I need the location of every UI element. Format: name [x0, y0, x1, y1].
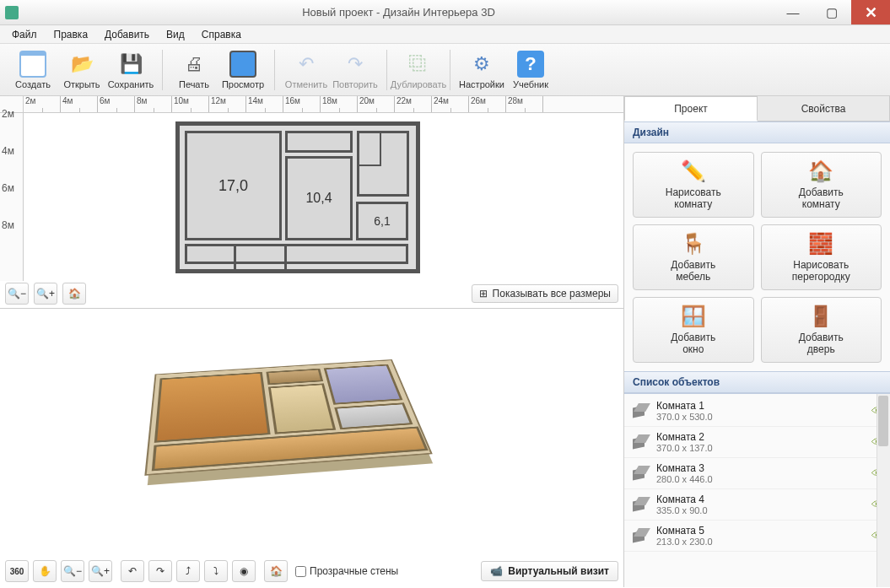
- app-icon: [5, 6, 19, 19]
- room-2[interactable]: 10,4: [285, 156, 353, 240]
- tutorial-button[interactable]: ?Учебник: [506, 49, 555, 91]
- list-item[interactable]: Комната 3280.0 x 446.0👁: [624, 458, 890, 489]
- preview-button[interactable]: Просмотр: [218, 49, 267, 91]
- list-item[interactable]: Комната 4335.0 x 90.0👁: [624, 489, 890, 521]
- rotate-right-button[interactable]: ↷: [148, 560, 172, 582]
- objects-header: Список объектов: [624, 371, 890, 393]
- ruler-tick: 22м: [395, 96, 432, 112]
- chair-icon: 🪑: [681, 231, 706, 256]
- plan-canvas[interactable]: 17,0 10,4 6,1: [24, 113, 623, 281]
- separator: [274, 50, 275, 90]
- menu-file[interactable]: Файл: [5, 27, 44, 42]
- menu-help[interactable]: Справка: [195, 27, 248, 42]
- tab-properties[interactable]: Свойства: [758, 96, 890, 121]
- object-dimensions: 280.0 x 446.0: [656, 474, 865, 484]
- window-icon: 🪟: [681, 304, 706, 329]
- rotate-left-button[interactable]: ↶: [121, 560, 144, 582]
- add-door-button[interactable]: 🚪Добавитьдверь: [761, 297, 882, 363]
- view-3d[interactable]: 360 ✋ 🔍− 🔍+ ↶ ↷ ⤴ ⤵ ◉ 🏠 Прозрачные стены…: [0, 309, 623, 587]
- room-1[interactable]: 17,0: [185, 131, 282, 240]
- view3d-toolbar: 360 ✋ 🔍− 🔍+ ↶ ↷ ⤴ ⤵ ◉ 🏠 Прозрачные стены…: [5, 560, 618, 582]
- menu-view[interactable]: Вид: [159, 27, 191, 42]
- save-icon: 💾: [117, 51, 144, 78]
- ruler-tick: 4м: [61, 96, 98, 112]
- pan-button[interactable]: ✋: [33, 560, 57, 582]
- zoom-out-button[interactable]: 🔍−: [5, 283, 29, 305]
- room-4a[interactable]: [358, 132, 381, 166]
- close-button[interactable]: ✕: [851, 0, 890, 24]
- zoom-out-3d-button[interactable]: 🔍−: [61, 560, 84, 582]
- scrollbar-thumb[interactable]: [878, 396, 888, 446]
- minimize-button[interactable]: —: [774, 0, 812, 24]
- rotate-right-icon: ↷: [156, 565, 165, 577]
- save-button[interactable]: 💾Сохранить: [106, 49, 155, 91]
- print-button[interactable]: 🖨Печать: [170, 49, 218, 91]
- tilt-up-button[interactable]: ⤴: [176, 560, 200, 582]
- cube-icon: [631, 433, 650, 451]
- object-name: Комната 4: [656, 494, 865, 505]
- object-dimensions: 370.0 x 137.0: [656, 443, 865, 453]
- zoom-in-3d-button[interactable]: 🔍+: [89, 560, 112, 582]
- room-3[interactable]: 6,1: [356, 202, 408, 240]
- tabs: Проект Свойства: [624, 96, 890, 121]
- transparent-walls-input[interactable]: [295, 566, 306, 577]
- pencil-room-icon: ✏️: [681, 159, 706, 184]
- draw-partition-button[interactable]: 🧱Нарисоватьперегородку: [761, 224, 882, 290]
- create-button[interactable]: Создать: [8, 49, 57, 91]
- object-dimensions: 370.0 x 530.0: [656, 412, 865, 422]
- home-button[interactable]: 🏠: [62, 283, 86, 305]
- menu-add[interactable]: Добавить: [98, 27, 156, 42]
- tab-project[interactable]: Проект: [624, 96, 758, 121]
- separator: [162, 50, 163, 90]
- show-dimensions-button[interactable]: ⊞ Показывать все размеры: [472, 284, 618, 303]
- wall-icon: 🧱: [808, 231, 833, 256]
- settings-button[interactable]: ⚙Настройки: [457, 49, 506, 91]
- cube-icon: [631, 495, 650, 514]
- corridor[interactable]: [185, 244, 408, 264]
- side-panel: Проект Свойства Дизайн ✏️Нарисоватькомна…: [624, 96, 890, 587]
- gear-icon: ⚙: [468, 51, 495, 78]
- rotate-360-button[interactable]: 360: [5, 560, 29, 582]
- rotate-left-icon: ↶: [128, 565, 137, 577]
- ruler-tick: 8м: [135, 96, 172, 112]
- redo-icon: ↷: [342, 51, 369, 78]
- door-icon: 🚪: [808, 304, 833, 329]
- duplicate-button[interactable]: ⿻Дублировать: [394, 49, 443, 91]
- cube-icon: [631, 526, 650, 545]
- menu-edit[interactable]: Правка: [47, 27, 95, 42]
- transparent-walls-checkbox[interactable]: Прозрачные стены: [295, 565, 398, 577]
- ruler-tick: 10м: [172, 96, 209, 112]
- redo-button[interactable]: ↷Повторить: [331, 49, 380, 91]
- zoom-in-icon: 🔍+: [91, 565, 110, 577]
- tilt-down-button[interactable]: ⤵: [204, 560, 228, 582]
- ruler-tick: 16м: [283, 96, 321, 112]
- undo-button[interactable]: ↶Отменить: [282, 49, 331, 91]
- home-view-button[interactable]: 🏠: [264, 560, 288, 582]
- object-list[interactable]: Комната 1370.0 x 530.0👁Комната 2370.0 x …: [624, 393, 890, 587]
- render-3d[interactable]: [143, 322, 430, 521]
- object-name: Комната 1: [656, 400, 865, 412]
- room-5[interactable]: [285, 131, 353, 153]
- floor-plan[interactable]: 17,0 10,4 6,1: [175, 121, 420, 273]
- list-item[interactable]: Комната 1370.0 x 530.0👁: [624, 396, 890, 427]
- zoom-out-icon: 🔍−: [8, 288, 26, 299]
- scrollbar[interactable]: [877, 394, 890, 587]
- virtual-visit-button[interactable]: 📹 Виртуальный визит: [481, 561, 618, 581]
- title-bar: Новый проект - Дизайн Интерьера 3D — ▢ ✕: [0, 0, 890, 25]
- maximize-button[interactable]: ▢: [812, 0, 851, 24]
- draw-room-button[interactable]: ✏️Нарисоватькомнату: [633, 152, 754, 218]
- object-name: Комната 2: [656, 431, 865, 443]
- list-item[interactable]: Комната 2370.0 x 137.0👁: [624, 427, 890, 458]
- list-item[interactable]: Комната 5213.0 x 230.0👁: [624, 521, 890, 552]
- menu-bar: Файл Правка Добавить Вид Справка: [0, 25, 890, 44]
- orbit-button[interactable]: ◉: [232, 560, 256, 582]
- open-button[interactable]: 📂Открыть: [57, 49, 106, 91]
- add-window-button[interactable]: 🪟Добавитьокно: [633, 297, 754, 363]
- main-toolbar: Создать 📂Открыть 💾Сохранить 🖨Печать Прос…: [0, 44, 890, 96]
- add-room-button[interactable]: 🏠Добавитькомнату: [761, 152, 882, 218]
- view-2d[interactable]: 2м4м6м8м10м12м14м16м18м20м22м24м26м28м 2…: [0, 96, 623, 309]
- ruler-tick: 24м: [432, 96, 469, 112]
- object-dimensions: 213.0 x 230.0: [656, 537, 865, 547]
- add-furniture-button[interactable]: 🪑Добавитьмебель: [633, 224, 754, 290]
- zoom-in-button[interactable]: 🔍+: [34, 283, 57, 305]
